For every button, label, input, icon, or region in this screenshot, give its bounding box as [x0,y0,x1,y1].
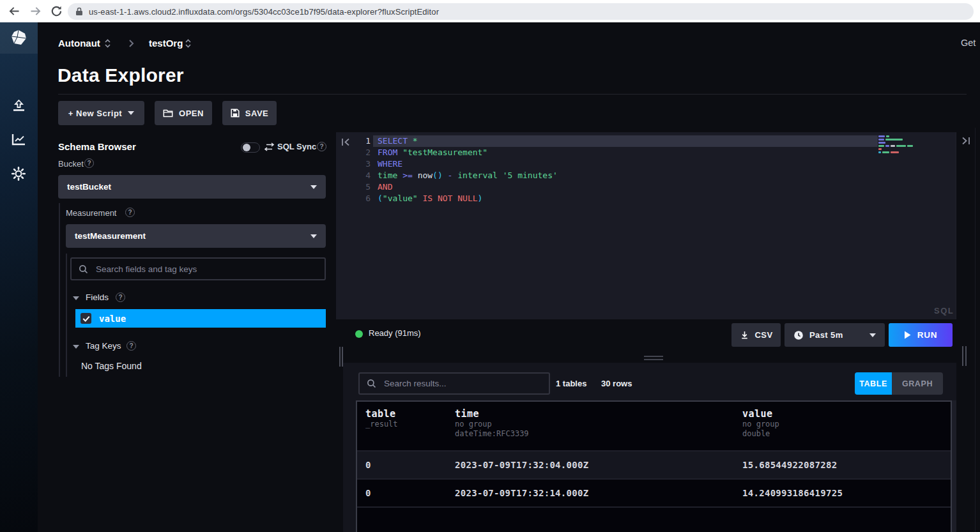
app-window: us-east-1-1.aws.cloud2.influxdata.com/or… [0,0,980,532]
upload-icon[interactable] [11,100,27,112]
tab-graph[interactable]: GRAPH [892,372,943,395]
table-row-empty [357,508,951,532]
folder-icon [163,109,173,118]
csv-label: CSV [755,330,773,340]
rows-count: 30 rows [601,379,632,388]
tag-keys-label: Tag Keys [86,341,121,351]
results-search[interactable] [358,372,550,395]
line-number: 6 [349,193,371,204]
bucket-help-icon[interactable]: ? [84,158,94,168]
code-line[interactable]: SELECT * [373,135,878,147]
fields-collapse-icon[interactable] [73,296,79,300]
open-button[interactable]: OPEN [155,101,212,125]
horizontal-splitter-handle[interactable] [644,356,663,357]
tables-count: 1 tables [556,379,586,388]
measurement-help-icon[interactable]: ? [125,208,135,217]
line-number: 4 [349,170,371,181]
back-icon[interactable] [8,4,21,18]
title-divider [58,94,967,95]
get-link[interactable]: Get [961,38,976,48]
time-range-dropdown[interactable]: Past 5m [785,323,885,347]
bucket-dropdown[interactable]: testBucket [58,175,326,199]
results-panel: 1 tables 30 rows TABLE GRAPH table_resul… [343,363,956,532]
save-label: SAVE [245,109,268,118]
save-disk-icon [231,109,240,118]
field-checkbox[interactable] [80,313,91,324]
sql-sync-toggle[interactable] [241,142,260,153]
open-label: OPEN [179,109,204,118]
schema-search[interactable] [70,257,326,280]
results-table: table_resulttimeno groupdateTime:RFC3339… [356,400,952,532]
measurement-dropdown[interactable]: testMeasurement [66,224,326,248]
chevron-down-icon [128,111,134,115]
nav-sidebar: ? [0,22,38,532]
table-cell: 0 [357,460,447,470]
forward-icon[interactable] [29,4,42,18]
schema-search-input[interactable] [95,264,318,275]
schema-browser-title: Schema Browser [58,141,136,152]
editor-gutter: 123456 [349,135,371,204]
time-range-label: Past 5m [809,330,843,340]
project-switcher-icon[interactable] [185,38,192,49]
org-switcher-icon[interactable] [104,38,111,49]
code-line[interactable]: FROM "testMeasurement" [373,147,878,158]
chevron-down-icon [310,234,317,238]
editor-minimap[interactable] [878,135,918,155]
tab-table[interactable]: TABLE [855,372,892,395]
play-icon [904,331,911,339]
results-scrollbar[interactable] [952,400,956,532]
horizontal-splitter-handle[interactable] [644,359,663,360]
measurement-value: testMeasurement [75,231,146,241]
run-button[interactable]: RUN [889,323,953,347]
data-explorer-icon[interactable] [11,133,26,146]
address-bar[interactable]: us-east-1-1.aws.cloud2.influxdata.com/or… [68,3,974,20]
collapse-right-icon[interactable] [961,137,970,145]
clock-icon [793,330,804,340]
new-script-label: + New Script [68,109,122,118]
sql-sync-label: SQL Sync [277,142,316,151]
fields-help-icon[interactable]: ? [116,293,125,302]
settings-gear-icon[interactable] [11,166,26,181]
line-number: 5 [349,181,371,193]
csv-button[interactable]: CSV [731,323,781,347]
editor-code[interactable]: SELECT *FROM "testMeasurement"WHEREtime … [373,135,878,204]
indent-guide [59,203,60,377]
reload-icon[interactable] [50,5,63,17]
code-line[interactable]: AND [373,181,878,193]
column-header: timeno groupdateTime:RFC3339 [447,402,734,450]
table-cell: 2023-07-09T17:32:04.000Z [447,460,734,470]
results-search-input[interactable] [383,378,542,389]
column-header: valueno groupdouble [734,402,951,450]
sql-editor[interactable]: 123456 SELECT *FROM "testMeasurement"WHE… [336,132,956,319]
search-icon [367,379,376,388]
bucket-value: testBucket [67,182,111,192]
right-splitter-handle[interactable] [965,346,967,366]
table-row: 02023-07-09T17:32:04.000Z15.685449220872… [357,452,951,478]
right-splitter-handle[interactable] [962,346,963,366]
sql-sync-help-icon[interactable]: ? [317,142,326,151]
save-button[interactable]: SAVE [222,101,277,125]
breadcrumb-org[interactable]: Autonaut [58,38,100,49]
lock-icon [75,7,83,16]
results-table-body: 02023-07-09T17:32:04.000Z15.685449220872… [357,452,951,506]
run-label: RUN [917,330,938,340]
code-line[interactable]: ("value" IS NOT NULL) [373,193,878,204]
field-item-value[interactable]: value [75,309,326,328]
field-item-label: value [99,314,126,324]
left-splitter-handle[interactable] [339,347,341,367]
code-line[interactable]: WHERE [373,158,878,170]
status-dot [355,330,363,338]
influxdb-logo-icon[interactable] [10,29,27,46]
code-line[interactable]: time >= now() - interval '5 minutes' [373,170,878,181]
indent-guide [66,254,67,377]
fields-label: Fields [86,293,109,302]
column-header: table_result [357,402,447,450]
line-number: 3 [349,158,371,170]
line-number: 2 [349,147,371,158]
tag-keys-help-icon[interactable]: ? [126,341,136,351]
new-script-button[interactable]: + New Script [58,101,144,125]
tag-keys-collapse-icon[interactable] [73,345,79,349]
check-icon [82,315,90,322]
results-table-header: table_resulttimeno groupdateTime:RFC3339… [357,402,951,450]
breadcrumb-project[interactable]: testOrg [149,38,183,49]
